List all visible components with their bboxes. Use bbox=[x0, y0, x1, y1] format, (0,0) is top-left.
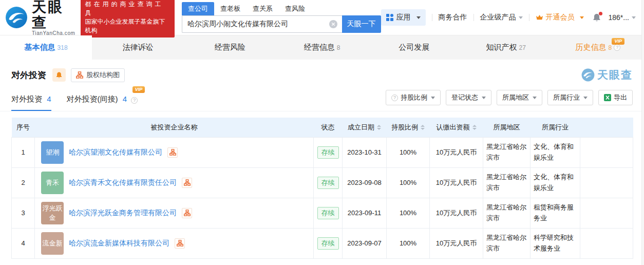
chevron-down-icon bbox=[431, 97, 435, 99]
export-button[interactable]: 导出 bbox=[598, 90, 633, 105]
open-vip-label: 开通会员 bbox=[546, 13, 575, 22]
filter-shareholding-ratio[interactable]: 持股比例 bbox=[386, 90, 441, 105]
search-tab-relation[interactable]: 查关系 bbox=[247, 2, 279, 15]
logo-domain: TianYanCha.com bbox=[32, 30, 75, 36]
filter-registration-status[interactable]: 登记状态 bbox=[446, 90, 491, 105]
chevron-down-icon bbox=[580, 16, 584, 19]
search-button[interactable]: 天眼一下 bbox=[342, 15, 381, 33]
search-input[interactable] bbox=[182, 15, 342, 33]
clear-input-icon[interactable] bbox=[329, 20, 337, 28]
company-name-link[interactable]: 哈尔滨望潮文化传媒有限公司 bbox=[69, 148, 162, 157]
equity-structure-icon[interactable] bbox=[182, 208, 192, 218]
divider bbox=[432, 14, 432, 21]
status-badge: 存续 bbox=[317, 146, 339, 159]
col-established-date[interactable]: 成立日期 bbox=[343, 118, 387, 137]
sort-icon[interactable] bbox=[472, 125, 477, 130]
equity-structure-icon[interactable] bbox=[175, 238, 185, 249]
company-avatar: 青禾 bbox=[41, 172, 64, 194]
investment-toolbar: 对外投资 4 VIP 对外投资(间接) 4 持股比例 登记状态 所属地区 所属行… bbox=[0, 87, 644, 111]
slogan-line2: 国家中小企业发展子基金旗下机构 bbox=[85, 17, 170, 35]
table-row: 1 望潮 哈尔滨望潮文化传媒有限公司 存续 2023-10-31 100% 10… bbox=[12, 137, 633, 167]
col-status: 状态 bbox=[314, 118, 343, 137]
established-date: 2023-09-08 bbox=[343, 167, 387, 198]
chevron-down-icon bbox=[632, 16, 636, 19]
company-nav-tabs: 基本信息 318 法律诉讼 经营风险 经营信息 8 公司发展 知识产权 27 V… bbox=[0, 35, 644, 60]
scrollbar[interactable] bbox=[641, 0, 644, 265]
search-tab-company[interactable]: 查公司 bbox=[182, 2, 214, 15]
tab-count: 318 bbox=[58, 44, 68, 51]
company-name-link[interactable]: 哈尔滨浮光跃金商务管理有限公司 bbox=[69, 209, 177, 218]
industry: 租赁和商务服务业 bbox=[531, 198, 580, 228]
apps-label: 应用 bbox=[396, 13, 411, 22]
business-cooperation-link[interactable]: 商务合作 bbox=[439, 13, 467, 22]
tab-legal-litigation[interactable]: 法律诉讼 bbox=[92, 35, 184, 60]
tab-basic-info[interactable]: 基本信息 318 bbox=[0, 35, 92, 60]
org-chart-icon bbox=[76, 71, 83, 79]
filter-region[interactable]: 所属地区 bbox=[497, 90, 542, 105]
apps-grid-icon bbox=[386, 14, 393, 21]
tab-history-info[interactable]: VIP 历史信息 8 bbox=[552, 35, 644, 60]
col-shareholding-ratio[interactable]: 持股比例 bbox=[387, 118, 430, 137]
table-row: 3 浮光跃金 哈尔滨浮光跃金商务管理有限公司 存续 2023-09-11 100… bbox=[12, 198, 633, 228]
equity-structure-chart-button[interactable]: 股权结构图 bbox=[71, 68, 125, 82]
filter-industry[interactable]: 所属行业 bbox=[547, 90, 593, 105]
tab-intellectual-property[interactable]: 知识产权 27 bbox=[460, 35, 552, 60]
tab-company-development[interactable]: 公司发展 bbox=[368, 35, 460, 60]
tab-label: 公司发展 bbox=[399, 43, 429, 52]
company-name-link[interactable]: 哈尔滨流金新媒体科技有限公司 bbox=[69, 239, 169, 248]
shareholding-ratio: 100% bbox=[387, 137, 430, 167]
slogan-line1: 都在用的商业查询工具 bbox=[85, 0, 170, 17]
crown-icon bbox=[536, 14, 543, 21]
tab-count: 8 bbox=[609, 44, 612, 51]
chevron-down-icon bbox=[519, 16, 523, 19]
tab-count: 8 bbox=[337, 44, 340, 51]
search-tab-boss[interactable]: 查老板 bbox=[214, 2, 247, 15]
investment-table: 序号 被投资企业名称 状态 成立日期 持股比例 认缴出资额 所属地区 所属行业 bbox=[11, 118, 633, 259]
excel-icon bbox=[604, 94, 611, 101]
equity-structure-chart-label: 股权结构图 bbox=[86, 70, 120, 80]
tab-operation-risk[interactable]: 经营风险 bbox=[184, 35, 276, 60]
sort-icon[interactable] bbox=[421, 125, 425, 130]
bell-icon bbox=[55, 71, 63, 79]
subscribed-capital: 10万元人民币 bbox=[430, 198, 483, 228]
col-company-name: 被投资企业名称 bbox=[35, 118, 314, 137]
question-icon[interactable] bbox=[131, 97, 138, 104]
sort-icon[interactable] bbox=[377, 125, 381, 130]
chevron-down-icon bbox=[583, 97, 588, 99]
equity-structure-icon[interactable] bbox=[182, 178, 192, 188]
tianyancha-logo[interactable]: 天眼查 TianYanCha.com bbox=[5, 0, 75, 36]
chevron-down-icon bbox=[416, 16, 421, 19]
equity-structure-icon[interactable] bbox=[167, 147, 178, 158]
tianyancha-watermark: 天眼查 bbox=[581, 68, 633, 82]
filter-bar: 持股比例 登记状态 所属地区 所属行业 导出 bbox=[386, 90, 633, 108]
question-icon[interactable] bbox=[614, 44, 620, 51]
open-vip-menu[interactable]: 开通会员 bbox=[536, 13, 584, 22]
filter-label: 登记状态 bbox=[451, 93, 478, 102]
monitor-bell-button[interactable] bbox=[52, 68, 66, 82]
subtab-count: 4 bbox=[123, 94, 127, 103]
subtab-outbound-investment[interactable]: 对外投资 4 bbox=[11, 87, 51, 111]
col-subscribed-capital[interactable]: 认缴出资额 bbox=[430, 118, 483, 137]
tab-operation-info[interactable]: 经营信息 8 bbox=[276, 35, 368, 60]
empty-cell bbox=[580, 137, 633, 167]
table-row: 4 流金新 哈尔滨流金新媒体科技有限公司 存续 2023-09-07 100% … bbox=[12, 228, 633, 258]
established-date: 2023-09-07 bbox=[343, 228, 387, 258]
divider bbox=[529, 14, 529, 21]
search-tab-risk[interactable]: 查风险 bbox=[279, 2, 311, 15]
user-phone: 186*... bbox=[609, 13, 629, 22]
company-name-link[interactable]: 哈尔滨青禾文化传媒有限责任公司 bbox=[69, 178, 177, 187]
apps-menu[interactable]: 应用 bbox=[381, 9, 426, 26]
col-extra bbox=[580, 118, 633, 137]
shareholding-ratio: 100% bbox=[387, 198, 430, 228]
subtab-indirect-investment[interactable]: VIP 对外投资(间接) 4 bbox=[67, 87, 138, 111]
tab-label: 经营风险 bbox=[215, 43, 245, 52]
enterprise-products-menu[interactable]: 企业级产品 bbox=[480, 13, 523, 22]
notifications-button[interactable] bbox=[592, 13, 601, 22]
tab-label: 经营信息 bbox=[304, 43, 335, 52]
user-account-menu[interactable]: 186*... bbox=[609, 13, 636, 22]
subtab-label: 对外投资(间接) bbox=[67, 94, 118, 103]
chevron-down-icon bbox=[482, 97, 486, 99]
region: 黑龙江省哈尔滨市 bbox=[483, 198, 531, 228]
subscribed-capital: 10万元人民币 bbox=[430, 167, 483, 198]
brand-slogan: 都在用的商业查询工具 国家中小企业发展子基金旗下机构 bbox=[81, 0, 175, 37]
